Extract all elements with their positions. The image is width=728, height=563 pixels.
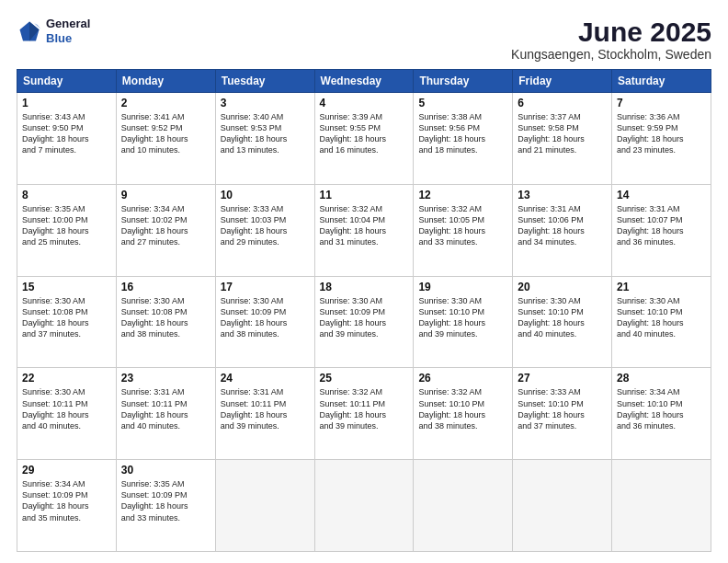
calendar-cell: 5Sunrise: 3:38 AMSunset: 9:56 PMDaylight…	[414, 93, 513, 185]
calendar-cell: 2Sunrise: 3:41 AMSunset: 9:52 PMDaylight…	[116, 93, 215, 185]
calendar-cell: 13Sunrise: 3:31 AMSunset: 10:06 PMDaylig…	[513, 184, 612, 276]
day-number: 13	[518, 189, 607, 201]
calendar-cell: 22Sunrise: 3:30 AMSunset: 10:11 PMDaylig…	[17, 368, 117, 460]
calendar-cell: 3Sunrise: 3:40 AMSunset: 9:53 PMDaylight…	[215, 93, 314, 185]
calendar-table: SundayMondayTuesdayWednesdayThursdayFrid…	[17, 69, 711, 552]
calendar-cell: 7Sunrise: 3:36 AMSunset: 9:59 PMDaylight…	[612, 93, 711, 185]
week-row-5: 29Sunrise: 3:34 AMSunset: 10:09 PMDaylig…	[17, 460, 711, 552]
logo-line2: Blue	[46, 31, 90, 46]
day-number: 14	[617, 189, 706, 201]
day-number: 22	[22, 372, 111, 385]
calendar-cell: 9Sunrise: 3:34 AMSunset: 10:02 PMDayligh…	[116, 184, 215, 276]
day-number: 30	[121, 464, 210, 477]
calendar-cell: 6Sunrise: 3:37 AMSunset: 9:58 PMDaylight…	[513, 93, 612, 185]
week-row-4: 22Sunrise: 3:30 AMSunset: 10:11 PMDaylig…	[17, 368, 711, 460]
weekday-header-wednesday: Wednesday	[314, 70, 414, 93]
day-number: 3	[221, 97, 310, 109]
logo-text: General Blue	[46, 17, 90, 45]
day-number: 11	[320, 189, 409, 201]
day-info: Sunrise: 3:41 AMSunset: 9:52 PMDaylight:…	[121, 111, 210, 156]
day-info: Sunrise: 3:40 AMSunset: 9:53 PMDaylight:…	[221, 111, 310, 156]
day-number: 18	[320, 281, 409, 293]
calendar-cell	[612, 460, 711, 552]
title-block: June 2025 Kungsaengen, Stockholm, Sweden	[511, 17, 711, 62]
day-number: 20	[518, 281, 607, 293]
day-info: Sunrise: 3:33 AMSunset: 10:03 PMDaylight…	[221, 203, 310, 248]
weekday-header-monday: Monday	[116, 70, 215, 93]
calendar-cell: 26Sunrise: 3:32 AMSunset: 10:10 PMDaylig…	[414, 368, 513, 460]
day-number: 29	[22, 464, 111, 477]
calendar-cell: 17Sunrise: 3:30 AMSunset: 10:09 PMDaylig…	[215, 276, 314, 368]
day-info: Sunrise: 3:30 AMSunset: 10:09 PMDaylight…	[320, 295, 409, 340]
day-info: Sunrise: 3:31 AMSunset: 10:11 PMDaylight…	[221, 386, 310, 431]
day-number: 10	[221, 189, 310, 201]
day-number: 4	[320, 97, 409, 109]
day-info: Sunrise: 3:30 AMSunset: 10:10 PMDaylight…	[418, 295, 507, 340]
day-info: Sunrise: 3:43 AMSunset: 9:50 PMDaylight:…	[22, 111, 111, 156]
day-number: 6	[518, 97, 607, 109]
day-info: Sunrise: 3:31 AMSunset: 10:11 PMDaylight…	[121, 386, 210, 431]
weekday-header-tuesday: Tuesday	[215, 70, 314, 93]
calendar-cell: 12Sunrise: 3:32 AMSunset: 10:05 PMDaylig…	[414, 184, 513, 276]
calendar-body: 1Sunrise: 3:43 AMSunset: 9:50 PMDaylight…	[17, 93, 711, 552]
calendar-cell: 23Sunrise: 3:31 AMSunset: 10:11 PMDaylig…	[116, 368, 215, 460]
day-number: 15	[22, 281, 111, 293]
day-number: 16	[121, 281, 210, 293]
day-info: Sunrise: 3:30 AMSunset: 10:09 PMDaylight…	[221, 295, 310, 340]
calendar-cell	[513, 460, 612, 552]
location-title: Kungsaengen, Stockholm, Sweden	[511, 47, 711, 62]
day-number: 28	[617, 372, 706, 385]
calendar-cell: 24Sunrise: 3:31 AMSunset: 10:11 PMDaylig…	[215, 368, 314, 460]
calendar-cell: 19Sunrise: 3:30 AMSunset: 10:10 PMDaylig…	[414, 276, 513, 368]
day-info: Sunrise: 3:32 AMSunset: 10:05 PMDaylight…	[418, 203, 507, 248]
weekday-header-saturday: Saturday	[612, 70, 711, 93]
day-info: Sunrise: 3:36 AMSunset: 9:59 PMDaylight:…	[617, 111, 706, 156]
day-number: 23	[121, 372, 210, 385]
day-info: Sunrise: 3:32 AMSunset: 10:04 PMDaylight…	[320, 203, 409, 248]
weekday-header-thursday: Thursday	[414, 70, 513, 93]
day-number: 8	[22, 189, 111, 201]
calendar-cell: 28Sunrise: 3:34 AMSunset: 10:10 PMDaylig…	[612, 368, 711, 460]
calendar-cell: 15Sunrise: 3:30 AMSunset: 10:08 PMDaylig…	[17, 276, 117, 368]
logo-line1: General	[46, 17, 90, 31]
day-info: Sunrise: 3:34 AMSunset: 10:09 PMDaylight…	[22, 478, 111, 523]
month-title: June 2025	[511, 17, 711, 47]
day-info: Sunrise: 3:30 AMSunset: 10:10 PMDaylight…	[617, 295, 706, 340]
day-info: Sunrise: 3:34 AMSunset: 10:10 PMDaylight…	[617, 386, 706, 431]
weekday-header-row: SundayMondayTuesdayWednesdayThursdayFrid…	[17, 70, 711, 93]
logo-icon	[17, 18, 42, 44]
day-number: 26	[418, 372, 507, 385]
day-number: 25	[320, 372, 409, 385]
calendar-cell: 27Sunrise: 3:33 AMSunset: 10:10 PMDaylig…	[513, 368, 612, 460]
day-info: Sunrise: 3:30 AMSunset: 10:08 PMDaylight…	[121, 295, 210, 340]
day-info: Sunrise: 3:31 AMSunset: 10:06 PMDaylight…	[518, 203, 607, 248]
day-number: 19	[418, 281, 507, 293]
week-row-1: 1Sunrise: 3:43 AMSunset: 9:50 PMDaylight…	[17, 93, 711, 185]
day-info: Sunrise: 3:32 AMSunset: 10:10 PMDaylight…	[418, 386, 507, 431]
calendar-cell: 1Sunrise: 3:43 AMSunset: 9:50 PMDaylight…	[17, 93, 117, 185]
calendar-cell: 21Sunrise: 3:30 AMSunset: 10:10 PMDaylig…	[612, 276, 711, 368]
weekday-header-friday: Friday	[513, 70, 612, 93]
calendar-cell: 8Sunrise: 3:35 AMSunset: 10:00 PMDayligh…	[17, 184, 117, 276]
logo: General Blue	[17, 17, 90, 45]
day-number: 17	[221, 281, 310, 293]
day-info: Sunrise: 3:30 AMSunset: 10:11 PMDaylight…	[22, 386, 111, 431]
day-number: 9	[121, 189, 210, 201]
day-info: Sunrise: 3:30 AMSunset: 10:10 PMDaylight…	[518, 295, 607, 340]
day-number: 27	[518, 372, 607, 385]
day-info: Sunrise: 3:35 AMSunset: 10:09 PMDaylight…	[121, 478, 210, 523]
day-info: Sunrise: 3:38 AMSunset: 9:56 PMDaylight:…	[418, 111, 507, 156]
day-number: 21	[617, 281, 706, 293]
week-row-2: 8Sunrise: 3:35 AMSunset: 10:00 PMDayligh…	[17, 184, 711, 276]
calendar-cell: 4Sunrise: 3:39 AMSunset: 9:55 PMDaylight…	[314, 93, 414, 185]
day-info: Sunrise: 3:30 AMSunset: 10:08 PMDaylight…	[22, 295, 111, 340]
day-number: 1	[22, 97, 111, 109]
day-number: 7	[617, 97, 706, 109]
day-number: 5	[418, 97, 507, 109]
day-info: Sunrise: 3:37 AMSunset: 9:58 PMDaylight:…	[518, 111, 607, 156]
weekday-header-sunday: Sunday	[17, 70, 117, 93]
day-number: 2	[121, 97, 210, 109]
calendar-cell: 11Sunrise: 3:32 AMSunset: 10:04 PMDaylig…	[314, 184, 414, 276]
calendar-cell: 18Sunrise: 3:30 AMSunset: 10:09 PMDaylig…	[314, 276, 414, 368]
calendar-cell: 16Sunrise: 3:30 AMSunset: 10:08 PMDaylig…	[116, 276, 215, 368]
